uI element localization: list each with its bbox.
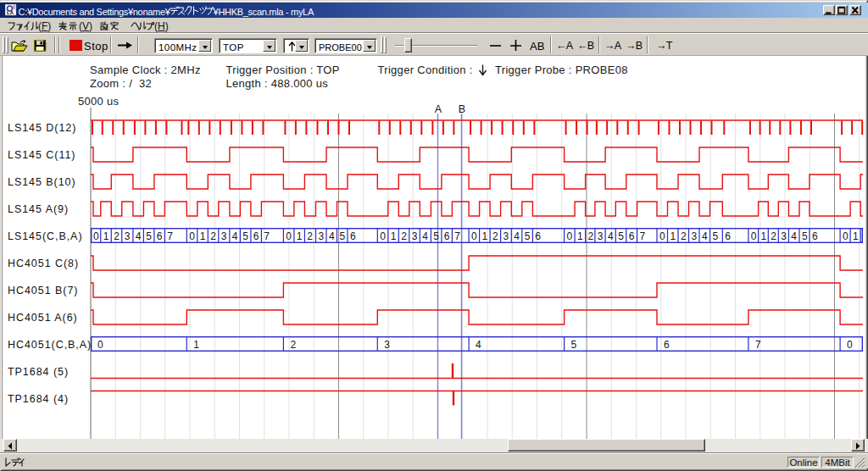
svg-text:5: 5 (146, 230, 152, 242)
svg-text:7: 7 (167, 230, 173, 242)
svg-text:3: 3 (691, 230, 697, 242)
svg-text:6: 6 (535, 230, 541, 242)
svg-text:0: 0 (286, 230, 292, 242)
svg-text:6: 6 (664, 339, 670, 351)
svg-text:4: 4 (422, 230, 428, 242)
svg-text:2: 2 (588, 230, 594, 242)
svg-text:7: 7 (640, 230, 646, 242)
svg-text:3: 3 (318, 230, 324, 242)
svg-text:2: 2 (492, 230, 498, 242)
svg-text:6: 6 (629, 230, 635, 242)
svg-text:3: 3 (598, 230, 604, 242)
svg-text:6: 6 (725, 230, 731, 242)
svg-text:2: 2 (114, 230, 120, 242)
svg-text:7: 7 (454, 230, 460, 242)
svg-text:4: 4 (232, 230, 238, 242)
svg-text:Sample Clock : 2MHz: Sample Clock : 2MHz (90, 64, 201, 76)
svg-text:HC4051 B(7): HC4051 B(7) (8, 285, 78, 296)
svg-text:5: 5 (525, 230, 531, 242)
svg-text:1: 1 (577, 230, 583, 242)
svg-text:HC4051(C,B,A): HC4051(C,B,A) (8, 339, 92, 351)
svg-text:2: 2 (210, 230, 216, 242)
svg-text:A: A (435, 103, 442, 115)
svg-text:7: 7 (755, 339, 761, 351)
svg-text:1: 1 (103, 230, 109, 242)
svg-text:6: 6 (350, 230, 356, 242)
svg-text:B: B (459, 103, 465, 115)
svg-text:LS145 D(12): LS145 D(12) (8, 122, 76, 134)
svg-text:4: 4 (476, 339, 481, 351)
svg-text:1: 1 (761, 230, 767, 242)
svg-text:0: 0 (93, 230, 99, 242)
svg-text:5: 5 (242, 230, 248, 242)
svg-text:2: 2 (771, 230, 776, 242)
svg-text:4: 4 (136, 230, 142, 242)
svg-text:Zoom : / 32: Zoom : / 32 (90, 77, 152, 90)
svg-text:3: 3 (221, 230, 227, 242)
svg-text:5: 5 (618, 230, 624, 242)
svg-text:3: 3 (412, 230, 418, 242)
svg-text:0: 0 (97, 339, 103, 351)
svg-text:Trigger Condition :: Trigger Condition : (378, 64, 473, 76)
svg-text:6: 6 (812, 230, 818, 242)
svg-text:LS145 C(11): LS145 C(11) (8, 149, 75, 161)
svg-text:0: 0 (843, 230, 849, 242)
svg-text:5: 5 (571, 339, 577, 351)
svg-text:3: 3 (504, 230, 509, 242)
svg-text:1: 1 (853, 230, 859, 242)
svg-text:1: 1 (391, 230, 397, 242)
svg-text:1: 1 (200, 230, 206, 242)
svg-text:HC4051 C(8): HC4051 C(8) (8, 258, 79, 269)
svg-text:5: 5 (802, 230, 808, 242)
svg-text:1: 1 (482, 230, 488, 242)
svg-text:2: 2 (401, 230, 407, 242)
svg-text:4: 4 (608, 230, 614, 242)
svg-text:6: 6 (444, 230, 450, 242)
svg-text:6: 6 (253, 230, 259, 242)
svg-text:0: 0 (659, 230, 665, 242)
svg-text:2: 2 (290, 339, 296, 351)
svg-text:0: 0 (471, 230, 477, 242)
svg-text:3: 3 (125, 230, 131, 242)
svg-text:TP1684 (5): TP1684 (5) (8, 366, 69, 378)
svg-text:1: 1 (297, 230, 303, 242)
svg-text:5: 5 (433, 230, 439, 242)
svg-text:0: 0 (567, 230, 573, 242)
svg-text:LS145 B(10): LS145 B(10) (8, 176, 76, 188)
svg-text:HC4051 A(6): HC4051 A(6) (8, 312, 78, 324)
svg-text:0: 0 (751, 230, 757, 242)
svg-text:0: 0 (380, 230, 386, 242)
svg-text:Length : 488.000 us: Length : 488.000 us (226, 77, 329, 90)
svg-text:4: 4 (329, 230, 335, 242)
svg-text:2: 2 (681, 230, 687, 242)
svg-text:Trigger Position : TOP: Trigger Position : TOP (226, 64, 340, 76)
svg-text:5: 5 (339, 230, 345, 242)
svg-text:LA: LA (7, 10, 14, 15)
svg-text:LS145 A(9): LS145 A(9) (8, 203, 69, 215)
svg-text:4: 4 (702, 230, 708, 242)
svg-text:0: 0 (847, 339, 853, 351)
svg-text:4: 4 (791, 230, 797, 242)
svg-text:LS145(C,B,A): LS145(C,B,A) (8, 230, 83, 242)
svg-text:6: 6 (157, 230, 163, 242)
svg-text:TP1684 (4): TP1684 (4) (8, 393, 69, 405)
svg-text:1: 1 (670, 230, 676, 242)
svg-text:2: 2 (307, 230, 313, 242)
svg-text:5000 us: 5000 us (78, 95, 120, 108)
svg-text:3: 3 (384, 339, 390, 351)
svg-text:7: 7 (264, 230, 270, 242)
svg-text:4: 4 (514, 230, 520, 242)
svg-text:5: 5 (712, 230, 718, 242)
svg-text:1: 1 (193, 339, 199, 351)
svg-text:Trigger Probe : PROBE08: Trigger Probe : PROBE08 (495, 64, 628, 76)
svg-text:0: 0 (189, 230, 195, 242)
svg-text:3: 3 (781, 230, 787, 242)
